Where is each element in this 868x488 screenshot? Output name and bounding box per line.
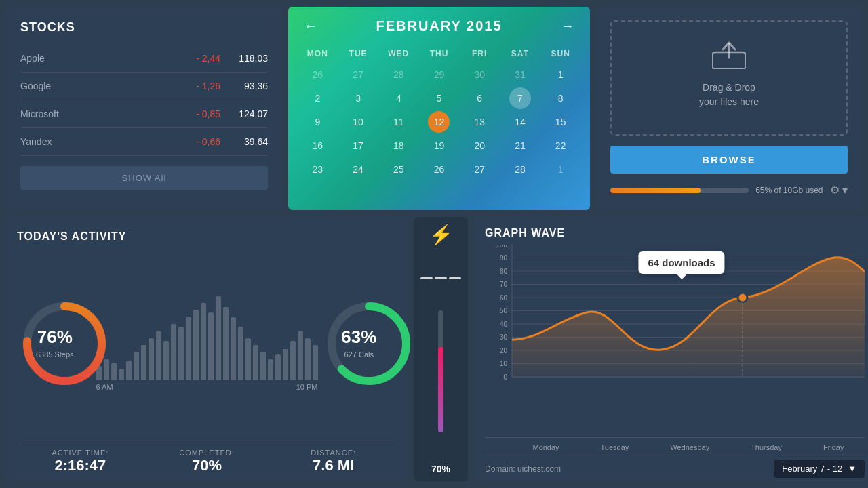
stocks-title: STOCKS: [20, 20, 268, 35]
calendar-day-header: THU: [420, 45, 458, 62]
gear-icon[interactable]: ⚙ ▾: [830, 184, 848, 197]
calendar-day-header: SAT: [501, 45, 540, 62]
activity-bar: [163, 341, 169, 380]
lightning-icon: ⚡: [429, 224, 453, 246]
activity-bar: [298, 331, 303, 380]
date-range-button[interactable]: February 7 - 12 ▼: [774, 460, 865, 478]
calendar-day[interactable]: 17: [347, 135, 369, 157]
stock-row: Apple - 2,44 118,03: [20, 45, 268, 73]
activity-bar: [290, 341, 296, 380]
svg-text:40: 40: [500, 321, 508, 328]
calendar-next-button[interactable]: →: [555, 17, 580, 35]
calendar-day[interactable]: 26: [307, 64, 328, 85]
calendar-day[interactable]: 4: [388, 87, 410, 109]
calendar-day[interactable]: 22: [550, 135, 572, 157]
drag-drop-text: Drag & Drop your files here: [699, 81, 759, 109]
show-all-button[interactable]: SHOW All: [20, 166, 268, 190]
x-labels: Monday Tuesday Wednesday Thursday Friday: [485, 443, 865, 455]
stock-row: Microsoft - 0,85 124,07: [20, 100, 268, 128]
stock-price-google: 93,36: [220, 81, 268, 92]
activity-bar: [201, 303, 206, 380]
calendar-day[interactable]: 30: [469, 64, 490, 85]
browse-button[interactable]: BROWSE: [610, 146, 848, 174]
vertical-slider[interactable]: [438, 310, 443, 432]
calendar-title: FEBRUARY 2015: [376, 18, 502, 34]
storage-bar-container: 65% of 10Gb used ⚙ ▾: [610, 184, 848, 197]
calendar-day[interactable]: 26: [428, 159, 450, 180]
stock-change-yandex: - 0,66: [166, 136, 220, 147]
cals-gauge-text: 63% 627 Cals: [341, 327, 376, 360]
calendar-day[interactable]: 8: [550, 87, 572, 109]
calendar-day[interactable]: 13: [469, 111, 490, 133]
stock-change-microsoft: - 0,85: [166, 108, 220, 119]
calendar-day[interactable]: 24: [347, 159, 369, 180]
calendar-day[interactable]: 20: [469, 135, 490, 157]
stat-completed-value: 70%: [144, 457, 271, 474]
calendar-day[interactable]: 7: [509, 87, 531, 109]
stock-name-microsoft: Microsoft: [20, 108, 166, 119]
calendar-day[interactable]: 29: [428, 64, 450, 85]
stat-distance-value: 7.6 MI: [270, 457, 397, 474]
calendar-day-header: FRI: [460, 45, 499, 62]
activity-bar: [178, 327, 184, 380]
stat-active-time-label: ACTIVE TIME:: [17, 449, 144, 457]
calendar-day[interactable]: 2: [307, 87, 328, 109]
storage-text: 65% of 10Gb used: [755, 186, 823, 195]
calendar-day[interactable]: 19: [428, 135, 450, 157]
domain-label: Domain: uichest.com: [485, 464, 561, 474]
graph-tooltip: 64 downloads: [638, 251, 724, 274]
cals-percent: 63%: [341, 327, 376, 348]
calendar-day[interactable]: 21: [509, 135, 531, 157]
calendar-day[interactable]: 5: [428, 87, 450, 109]
calendar-day[interactable]: 9: [307, 111, 328, 133]
file-panel: Drag & Drop your files here BROWSE 65% o…: [597, 7, 861, 210]
stat-active-time-value: 2:16:47: [17, 457, 144, 474]
calendar-day[interactable]: 1: [550, 64, 572, 85]
steps-gauge-text: 76% 6385 Steps: [36, 327, 74, 360]
calendar-day-header: SUN: [541, 45, 580, 62]
stock-row: Yandex - 0,66 39,64: [20, 128, 268, 156]
calendar-day[interactable]: 1: [550, 159, 572, 180]
graph-title: GRAPH WAVE: [485, 227, 865, 239]
calendar-day-header: MON: [298, 45, 337, 62]
calendar-day[interactable]: 6: [469, 87, 490, 109]
drag-drop-area[interactable]: Drag & Drop your files here: [610, 20, 848, 136]
calendar-day[interactable]: 3: [347, 87, 369, 109]
activity-bar: [208, 312, 214, 380]
calendar-day[interactable]: 28: [509, 159, 531, 180]
calendar-prev-button[interactable]: ←: [298, 17, 323, 35]
calendar-day[interactable]: 10: [347, 111, 369, 133]
calendar-day[interactable]: 28: [388, 64, 410, 85]
steps-percent: 76%: [36, 327, 74, 348]
stock-name-yandex: Yandex: [20, 136, 166, 147]
activity-bar: [275, 354, 281, 380]
calendar-day[interactable]: 16: [307, 135, 328, 157]
bar-chart: [93, 296, 321, 380]
activity-bar: [313, 345, 318, 380]
vertical-fill: [438, 347, 443, 432]
svg-text:90: 90: [500, 254, 508, 262]
calendar-day[interactable]: 18: [388, 135, 410, 157]
calendar-day[interactable]: 14: [509, 111, 531, 133]
graph-panel: GRAPH WAVE: [475, 217, 868, 481]
activity-bar: [134, 352, 139, 380]
calendar-day[interactable]: 25: [388, 159, 410, 180]
stock-change-google: - 1,26: [166, 81, 220, 92]
stocks-panel: STOCKS Apple - 2,44 118,03 Google - 1,26…: [7, 7, 281, 210]
activity-bar: [283, 349, 288, 380]
storage-bar: [610, 188, 749, 193]
calendar-day[interactable]: 11: [388, 111, 410, 133]
calendar-day[interactable]: 23: [307, 159, 328, 180]
activity-bar: [171, 324, 176, 380]
activity-panel: TODAY'S ACTIVITY: [7, 217, 407, 481]
svg-text:80: 80: [500, 268, 508, 275]
calendar-day[interactable]: 27: [347, 64, 369, 85]
calendar-day[interactable]: 15: [550, 111, 572, 133]
activity-bar: [119, 369, 124, 380]
calendar-day[interactable]: 12: [428, 111, 450, 133]
bar-chart-container: 6 AM 10 PM: [93, 296, 321, 391]
calendar-day[interactable]: 27: [469, 159, 490, 180]
stat-distance-label: DISTANCE:: [270, 449, 397, 457]
calendar-day[interactable]: 31: [509, 64, 531, 85]
stat-active-time: ACTIVE TIME: 2:16:47: [17, 449, 144, 474]
